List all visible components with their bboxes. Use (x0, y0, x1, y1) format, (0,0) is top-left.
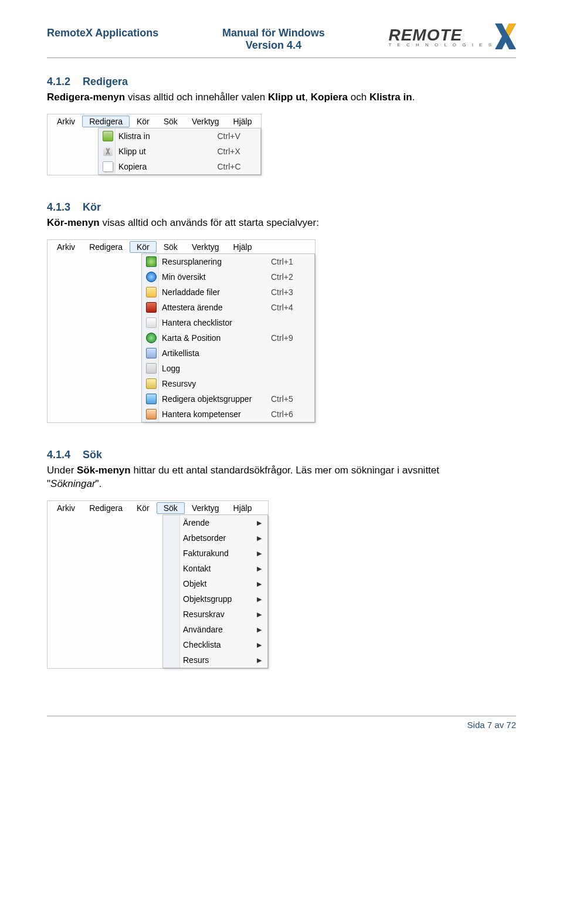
menu-item-objekt[interactable]: Objekt▶ (163, 576, 267, 591)
menu-hjalp[interactable]: Hjälp (226, 116, 259, 127)
section-4-1-2-body: Redigera-menyn visas alltid och innehåll… (47, 90, 516, 104)
section-number: 4.1.4 (47, 449, 70, 461)
screenshot-redigera-menu: Arkiv Redigera Kör Sök Verktyg Hjälp Kli… (47, 114, 262, 175)
section-number: 4.1.2 (47, 76, 70, 87)
menu-item-resursvy[interactable]: Resursvy (142, 376, 314, 391)
screenshot-sok-menu: Arkiv Redigera Kör Sök Verktyg Hjälp Äre… (47, 500, 269, 669)
menu-item-nerladdade-filer[interactable]: Nerladdade filer Ctrl+3 (142, 285, 314, 300)
section-number: 4.1.3 (47, 201, 70, 213)
submenu-arrow-icon: ▶ (251, 534, 265, 542)
user-icon (146, 378, 157, 389)
section-title: Sök (83, 449, 102, 461)
menu-redigera[interactable]: Redigera (82, 116, 130, 127)
header-title-line1: Manual för Windows (222, 27, 325, 39)
menu-sok[interactable]: Sök (157, 502, 185, 514)
book-icon (146, 302, 157, 313)
menu-kor[interactable]: Kör (130, 241, 157, 253)
header-title-line2: Version 4.4 (222, 39, 325, 52)
map-icon (146, 333, 157, 343)
globe-icon (146, 272, 157, 282)
bold-kor-menyn: Kör-menyn (47, 217, 100, 228)
menu-verktyg[interactable]: Verktyg (185, 502, 226, 514)
menu-item-hantera-checklistor[interactable]: Hantera checklistor (142, 315, 314, 330)
page-footer: Sida 7 av 72 (47, 716, 516, 730)
menu-item-arende[interactable]: Ärende▶ (163, 515, 267, 530)
submenu-arrow-icon: ▶ (251, 656, 265, 664)
checklist-icon (146, 317, 157, 328)
screenshot-kor-menu: Arkiv Redigera Kör Sök Verktyg Hjälp Res… (47, 239, 316, 423)
menu-verktyg[interactable]: Verktyg (185, 116, 226, 127)
dropdown-redigera: Klistra in Ctrl+V Klipp ut Ctrl+X Kopier… (98, 128, 261, 175)
grid-icon (146, 394, 157, 404)
schedule-icon (146, 256, 157, 267)
menu-item-min-oversikt[interactable]: Min översikt Ctrl+2 (142, 269, 314, 285)
menu-hjalp[interactable]: Hjälp (226, 502, 259, 514)
section-4-1-3: 4.1.3 Kör (47, 201, 516, 214)
menu-item-redigera-objektsgrupper[interactable]: Redigera objektsgrupper Ctrl+5 (142, 391, 314, 407)
submenu-arrow-icon: ▶ (251, 565, 265, 573)
submenu-arrow-icon: ▶ (251, 626, 265, 634)
menu-item-resurskrav[interactable]: Resurskrav▶ (163, 607, 267, 622)
menu-item-klipp-ut[interactable]: Klipp ut Ctrl+X (99, 144, 260, 159)
section-title: Redigera (83, 76, 128, 87)
menu-arkiv[interactable]: Arkiv (50, 116, 82, 127)
menu-arkiv[interactable]: Arkiv (50, 502, 82, 514)
menu-item-resursplanering[interactable]: Resursplanering Ctrl+1 (142, 254, 314, 269)
dropdown-kor: Resursplanering Ctrl+1 Min översikt Ctrl… (141, 253, 315, 422)
section-4-1-4-body: Under Sök-menyn hittar du ett antal stan… (47, 463, 516, 492)
menu-item-checklista[interactable]: Checklista▶ (163, 637, 267, 652)
download-icon (146, 287, 157, 297)
menubar: Arkiv Redigera Kör Sök Verktyg Hjälp (48, 114, 261, 128)
italic-sokningar: Sökningar (50, 478, 96, 489)
menu-kor[interactable]: Kör (130, 116, 157, 127)
submenu-arrow-icon: ▶ (251, 580, 265, 588)
logo-subtext: T E C H N O L O G I E S (388, 42, 494, 48)
header-center: Manual för Windows Version 4.4 (222, 23, 325, 52)
dropdown-sok: Ärende▶ Arbetsorder▶ Fakturakund▶ Kontak… (162, 515, 268, 668)
menu-item-kopiera[interactable]: Kopiera Ctrl+C (99, 159, 260, 174)
menubar: Arkiv Redigera Kör Sök Verktyg Hjälp (48, 501, 268, 515)
menu-item-arbetsorder[interactable]: Arbetsorder▶ (163, 530, 267, 546)
section-4-1-4: 4.1.4 Sök (47, 449, 516, 461)
logo-x-icon (495, 23, 516, 49)
section-4-1-2: 4.1.2 Redigera (47, 76, 516, 88)
menu-item-fakturakund[interactable]: Fakturakund▶ (163, 546, 267, 561)
menubar: Arkiv Redigera Kör Sök Verktyg Hjälp (48, 240, 315, 254)
list-icon (146, 348, 157, 358)
bold-redigera-menyn: Redigera-menyn (47, 92, 125, 103)
menu-item-artikellista[interactable]: Artikellista (142, 346, 314, 361)
menu-item-resurs[interactable]: Resurs▶ (163, 652, 267, 668)
paste-icon (103, 131, 113, 141)
menu-hjalp[interactable]: Hjälp (226, 241, 259, 253)
menu-item-attestera-arende[interactable]: Attestera ärende Ctrl+4 (142, 300, 314, 315)
menu-item-kontakt[interactable]: Kontakt▶ (163, 561, 267, 576)
copy-icon (103, 161, 113, 172)
section-title: Kör (83, 201, 101, 213)
menu-item-objektsgrupp[interactable]: Objektsgrupp▶ (163, 591, 267, 607)
submenu-arrow-icon: ▶ (251, 641, 265, 649)
cut-icon (103, 147, 113, 156)
menu-kor[interactable]: Kör (130, 502, 157, 514)
menu-sok[interactable]: Sök (157, 241, 185, 253)
menu-redigera[interactable]: Redigera (82, 502, 130, 514)
competence-icon (146, 409, 157, 419)
menu-item-logg[interactable]: Logg (142, 361, 314, 376)
menu-item-klistra-in[interactable]: Klistra in Ctrl+V (99, 128, 260, 144)
menu-arkiv[interactable]: Arkiv (50, 241, 82, 253)
submenu-arrow-icon: ▶ (251, 595, 265, 603)
section-4-1-3-body: Kör-menyn visas alltid och används för a… (47, 216, 516, 230)
menu-item-anvandare[interactable]: Användare▶ (163, 622, 267, 637)
log-icon (146, 363, 157, 374)
header-left: RemoteX Applications (47, 23, 158, 39)
menu-redigera[interactable]: Redigera (82, 241, 130, 253)
menu-sok[interactable]: Sök (157, 116, 185, 127)
submenu-arrow-icon: ▶ (251, 611, 265, 618)
menu-item-karta-position[interactable]: Karta & Position Ctrl+9 (142, 330, 314, 346)
page-header: RemoteX Applications Manual för Windows … (47, 23, 516, 58)
bold-sok-menyn: Sök-menyn (77, 465, 131, 476)
menu-item-hantera-kompetenser[interactable]: Hantera kompetenser Ctrl+6 (142, 407, 314, 422)
menu-verktyg[interactable]: Verktyg (185, 241, 226, 253)
submenu-arrow-icon: ▶ (251, 550, 265, 557)
submenu-arrow-icon: ▶ (251, 519, 265, 527)
header-logo: REMOTE T E C H N O L O G I E S (388, 23, 516, 49)
